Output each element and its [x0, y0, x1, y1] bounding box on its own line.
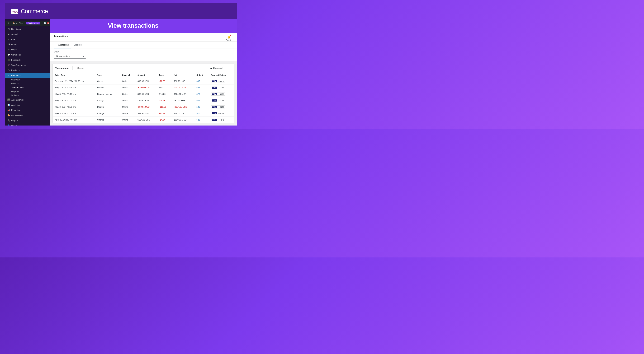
download-button[interactable]: ☁ Download [208, 66, 225, 70]
cell-order-4[interactable]: 526 [194, 104, 209, 110]
sidebar-item-dashboard[interactable]: ⊞ Dashboard [5, 26, 50, 31]
sidebar-item-automatewoo-label: AutomateWoo [11, 99, 24, 101]
sidebar-item-users[interactable]: 👤 Users [5, 123, 50, 125]
col-order: Order # [194, 72, 209, 78]
col-net: Net [172, 72, 194, 78]
sidebar-item-comments-label: Comments [11, 53, 22, 56]
col-fees: Fees [157, 72, 172, 78]
visa-text-6: VISA [212, 119, 217, 121]
filter-select[interactable]: All transactions Charges Refunds Dispute… [54, 54, 86, 58]
sidebar-item-woocommerce-label: WooCommerce [11, 64, 26, 66]
cell-channel-2: Online [120, 91, 136, 97]
search-wrapper [72, 66, 206, 70]
my-sites-item[interactable]: 🏠 My Sites [11, 20, 25, 26]
pages-icon: ☰ [8, 48, 10, 51]
sidebar-sub-overview[interactable]: Overview [5, 78, 50, 82]
cell-order-3[interactable]: 527 [194, 97, 209, 104]
sidebar-item-appearance[interactable]: 🎨 Appearance [5, 113, 50, 118]
cell-amount-0: $99.99 USD [135, 78, 157, 84]
order-link-5[interactable]: 526 [196, 112, 200, 115]
order-link-6[interactable]: 522 [196, 119, 200, 121]
cell-net-0: $98.23 USD [172, 78, 194, 84]
col-type-label: Type [97, 74, 102, 76]
brand-commerce: Commerce [21, 8, 48, 14]
svg-text:woo: woo [12, 10, 18, 13]
cell-payment-method-4: VISA ···· 0259 [209, 104, 234, 110]
table-row: April 30, 2024 / 7:07 am Charge Online $… [53, 117, 234, 123]
sidebar-item-pages-label: Pages [11, 48, 17, 51]
analytics-icon: 📊 [8, 104, 10, 106]
col-payment-method: Payment Method [209, 72, 234, 78]
search-input[interactable] [72, 66, 106, 70]
sidebar-item-pages[interactable]: ☰ Pages [5, 47, 50, 52]
woocommerce-icon: W [8, 64, 10, 66]
visa-text-3: VISA [212, 99, 217, 101]
outer-wrapper: woo Commerce ⊞ 🏠 My Sites WooPayments [5, 3, 237, 125]
sidebar-item-posts[interactable]: ✏ Posts [5, 37, 50, 42]
cell-order-0[interactable]: 667 [194, 78, 209, 84]
visa-dots-6: ···· [218, 119, 220, 121]
sidebar-item-posts-label: Posts [11, 38, 16, 40]
cell-payment-method-1: VISA ···· 3184 [209, 84, 234, 91]
activity-button[interactable]: 🔔 Activity [224, 35, 233, 41]
sidebar-item-products-label: Products [11, 69, 20, 71]
cell-channel-0: Online [120, 78, 136, 84]
visa-text-2: VISA [212, 93, 217, 95]
order-link-0[interactable]: 667 [196, 80, 200, 82]
sidebar-item-media[interactable]: 🖼 Media [5, 42, 50, 47]
cell-type-0: Charge [95, 78, 120, 84]
transactions-header: Transactions 🔔 Activity [50, 33, 237, 42]
more-options-button[interactable]: ⋮ [227, 66, 231, 70]
sidebar-item-marketing[interactable]: 📣 Marketing [5, 107, 50, 113]
sidebar-item-plugins[interactable]: 🔌 Plugins [5, 118, 50, 123]
order-link-2[interactable]: 526 [196, 93, 200, 95]
cell-payment-method-5: VISA ···· 0259 [209, 110, 234, 117]
table-row: May 3, 2024 / 1:06 am Dispute Online -$8… [53, 104, 234, 110]
order-link-1[interactable]: 527 [196, 86, 200, 89]
sidebar-item-feedback[interactable]: ⬛ Feedback [5, 57, 50, 62]
sidebar-sub-settings[interactable]: Settings [5, 93, 50, 97]
sidebar-item-automatewoo[interactable]: AW AutomateWoo [5, 97, 50, 102]
transactions-label: Transactions [11, 86, 24, 89]
table-row: May 3, 2024 / 1:06 am Charge Online $89.… [53, 110, 234, 117]
sidebar-item-products[interactable]: ⬡ Products [5, 68, 50, 73]
card-last4-4: 0259 [220, 106, 224, 108]
card-last4-5: 0259 [220, 112, 224, 114]
visa-text-0: VISA [212, 80, 217, 82]
order-link-4[interactable]: 526 [196, 106, 200, 108]
sidebar-item-payments[interactable]: $ Payments [5, 73, 50, 78]
payouts-label: Payouts [11, 82, 18, 85]
cell-net-5: $86.53 USD [172, 110, 194, 117]
sidebar-item-jetpack[interactable]: ◈ Jetpack [5, 31, 50, 37]
cell-order-5[interactable]: 526 [194, 110, 209, 117]
table-toolbar-title: Transactions [55, 67, 69, 69]
sidebar-item-analytics[interactable]: 📊 Analytics [5, 102, 50, 107]
cell-order-2[interactable]: 526 [194, 91, 209, 97]
my-sites-label: My Sites [16, 22, 23, 24]
media-icon: 🖼 [8, 43, 10, 46]
updates-item[interactable]: 🔄 8 [42, 20, 50, 26]
cell-amount-2: $89.95 USD [135, 91, 157, 97]
cell-datetime-3: May 3, 2024 / 1:07 am [53, 97, 95, 104]
cell-datetime-0: December 19, 2024 / 10:23 am [53, 78, 95, 84]
plugins-icon: 🔌 [8, 119, 10, 122]
sidebar-sub-transactions[interactable]: Transactions [5, 86, 50, 89]
cell-order-6[interactable]: 522 [194, 117, 209, 123]
products-icon: ⬡ [8, 69, 10, 71]
wp-icon-item[interactable]: ⊞ [6, 20, 11, 26]
cell-fees-1: N/A [157, 84, 172, 91]
sidebar-sub-payouts[interactable]: Payouts [5, 82, 50, 86]
payments-settings-label: Settings [11, 94, 18, 96]
tab-blocked[interactable]: Blocked [71, 42, 84, 48]
card-last4-2: 0259 [220, 93, 224, 95]
sidebar-item-comments[interactable]: 💬 Comments [5, 52, 50, 57]
cell-order-1[interactable]: 527 [194, 84, 209, 91]
sidebar-sub-disputes[interactable]: Disputes [5, 89, 50, 93]
tab-transactions[interactable]: Transactions [54, 42, 71, 48]
cell-net-2: $104.95 USD [172, 91, 194, 97]
col-datetime[interactable]: Date / Time [53, 72, 95, 78]
woo-payments-item[interactable]: WooPayments [25, 20, 42, 26]
order-link-3[interactable]: 527 [196, 99, 200, 102]
sidebar-item-woocommerce[interactable]: W WooCommerce [5, 62, 50, 68]
download-label: Download [213, 67, 222, 69]
